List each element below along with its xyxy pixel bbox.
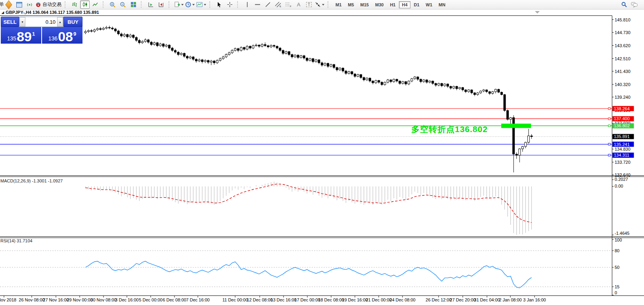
candle-body (324, 63, 326, 65)
candle-body (303, 56, 305, 58)
new-chart-button[interactable] (174, 0, 184, 9)
tab-timeframe-d1[interactable]: D1 (411, 1, 422, 8)
candlestick-chart-type-button[interactable] (80, 0, 90, 9)
candle-body (531, 136, 533, 137)
candle-body (261, 44, 263, 46)
volume-decrease-button[interactable]: ▼ (19, 17, 25, 27)
volume-increase-button[interactable]: ▲ (57, 17, 63, 27)
crosshair-tool-button[interactable] (225, 0, 234, 9)
trendline-tool-button[interactable] (263, 0, 272, 9)
candle-body (94, 30, 96, 31)
candle-body (249, 46, 251, 48)
price-axis-label: 133.720 (615, 160, 631, 165)
new-order-button[interactable]: 单 (0, 1, 4, 8)
candle-body (521, 146, 523, 149)
signal-button[interactable] (25, 0, 34, 9)
buy-button[interactable]: BUY (63, 17, 82, 27)
arrow-objects-button[interactable] (314, 0, 325, 9)
candle-body (375, 81, 377, 83)
candle-body (525, 142, 527, 146)
bar-chart-type-button[interactable] (70, 0, 79, 9)
candle-body (138, 40, 140, 43)
chart-shift-button[interactable] (156, 0, 166, 9)
equidistant-channel-tool-button[interactable]: E (273, 0, 283, 9)
tab-timeframe-m30[interactable]: M30 (372, 1, 386, 8)
time-axis-label: 7 Dec 16:00 (186, 297, 209, 302)
macd-axis-label: 0.2027 (615, 177, 628, 182)
candle-body (126, 35, 128, 37)
sell-button[interactable]: SELL (1, 17, 19, 27)
candle-body (291, 54, 293, 57)
candle-body (420, 79, 422, 82)
candle-body (183, 53, 185, 56)
candle-body (153, 43, 155, 44)
text-tool-button[interactable]: A (294, 0, 303, 9)
buy-price-button[interactable]: 136 08 9 (42, 27, 82, 44)
candle-body (288, 52, 290, 54)
dropdown-caret-icon (204, 4, 206, 6)
candle-body (309, 59, 311, 60)
chat-icon (631, 2, 638, 8)
candle-body (519, 149, 521, 155)
candle-body (135, 37, 137, 40)
candle-body (357, 75, 359, 76)
candle-body (327, 63, 329, 66)
candle-body (459, 88, 461, 89)
rsi-axis-label: 50 (615, 265, 619, 270)
zoom-in-button[interactable] (108, 0, 117, 9)
candlestick-icon (82, 2, 88, 8)
text-tool-label: A (297, 2, 301, 8)
data-window-icon (16, 2, 22, 8)
candle-body (96, 29, 98, 30)
candle-body (492, 92, 494, 93)
candle-body (417, 77, 419, 79)
sell-price-button[interactable]: 135 89 1 (1, 27, 41, 44)
rsi-axis-label: 100 (615, 238, 622, 242)
time-axis-label: 19 Dec 16:00 (342, 297, 368, 302)
candle-body (372, 81, 374, 82)
data-window-button[interactable] (14, 0, 24, 9)
time-axis-label: 21 Dec 00:00 (366, 297, 391, 302)
chart-shift-marker-icon[interactable] (535, 11, 540, 13)
fibonacci-tool-button[interactable]: F (284, 0, 293, 9)
time-axis-label: 26 Dec 12:00 (426, 297, 451, 302)
chart-text-annotation[interactable]: 多空转折点136.802 (411, 124, 488, 135)
period-clock-button[interactable] (185, 0, 195, 9)
chart-canvas[interactable]: 145.810144.730143.620142.510141.430140.3… (0, 0, 644, 305)
search-button[interactable] (619, 0, 629, 9)
tile-windows-button[interactable] (128, 0, 138, 9)
price-tag-label: 138.264 (614, 106, 630, 111)
horizontal-line-tool-button[interactable] (253, 0, 262, 9)
buy-button-label: BUY (67, 19, 78, 25)
tab-timeframe-h1[interactable]: H1 (387, 1, 398, 8)
caret-down-icon: ▼ (21, 21, 24, 23)
level-end-marker (608, 143, 610, 145)
text-label-tool-button[interactable]: T (304, 0, 314, 9)
candle-body (195, 59, 197, 61)
tab-timeframe-m15[interactable]: M15 (358, 1, 372, 8)
candle-body (243, 48, 245, 49)
tab-timeframe-h4[interactable]: H4 (399, 1, 410, 8)
tile-windows-icon (130, 2, 136, 8)
tab-timeframe-m1[interactable]: M1 (333, 1, 344, 8)
zoom-out-button[interactable] (118, 0, 128, 9)
tab-timeframe-w1[interactable]: W1 (423, 1, 435, 8)
tab-timeframe-mn[interactable]: MN (436, 1, 448, 8)
cursor-tool-button[interactable] (215, 0, 224, 9)
vertical-line-tool-button[interactable] (242, 0, 252, 9)
candle-body (306, 58, 308, 60)
tab-timeframe-m5[interactable]: M5 (345, 1, 356, 8)
candle-body (273, 46, 275, 46)
candle-body (270, 46, 272, 47)
indicators-button[interactable] (196, 0, 207, 9)
auto-scroll-button[interactable] (146, 0, 155, 9)
autotrading-button[interactable]: 自动交易 (35, 0, 62, 9)
volume-input[interactable] (25, 17, 57, 27)
orange-box-button[interactable] (4, 0, 13, 9)
candle-body (387, 80, 389, 82)
line-chart-type-button[interactable] (90, 0, 100, 9)
time-axis-label: 5 Dec 00:00 (139, 297, 162, 302)
chat-button[interactable] (630, 0, 639, 9)
toolbar-separator (237, 1, 240, 8)
candle-body (279, 48, 281, 50)
